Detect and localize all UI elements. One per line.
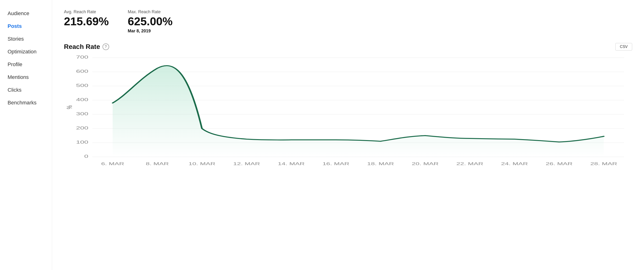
sidebar-item-benchmarks[interactable]: Benchmarks	[0, 96, 52, 109]
chart-title: Reach Rate	[64, 43, 100, 51]
svg-text:18. MAR: 18. MAR	[367, 161, 394, 166]
svg-text:28. MAR: 28. MAR	[590, 161, 617, 166]
sidebar-item-clicks[interactable]: Clicks	[0, 84, 52, 96]
csv-button[interactable]: CSV	[615, 43, 632, 51]
svg-text:200: 200	[76, 126, 88, 131]
svg-text:500: 500	[76, 83, 88, 88]
svg-text:22. MAR: 22. MAR	[456, 161, 483, 166]
svg-text:26. MAR: 26. MAR	[546, 161, 572, 166]
svg-text:%: %	[65, 105, 74, 109]
chart-title-wrap: Reach Rate ?	[64, 43, 109, 51]
svg-text:20. MAR: 20. MAR	[412, 161, 438, 166]
svg-text:300: 300	[76, 112, 88, 116]
sidebar-item-profile[interactable]: Profile	[0, 58, 52, 71]
avg-reach-rate-label: Avg. Reach Rate	[64, 9, 109, 14]
sidebar-item-audience[interactable]: Audience	[0, 7, 52, 20]
svg-text:14. MAR: 14. MAR	[278, 161, 304, 166]
svg-text:24. MAR: 24. MAR	[501, 161, 528, 166]
max-reach-rate-label: Max. Reach Rate	[128, 9, 173, 14]
chart-section: Reach Rate ? CSV	[64, 43, 632, 169]
chart-header: Reach Rate ? CSV	[64, 43, 632, 51]
svg-text:10. MAR: 10. MAR	[188, 161, 215, 166]
avg-reach-rate-block: Avg. Reach Rate 215.69%	[64, 9, 109, 33]
svg-text:600: 600	[76, 69, 88, 74]
avg-reach-rate-value: 215.69%	[64, 16, 109, 27]
svg-text:8. MAR: 8. MAR	[146, 161, 169, 166]
sidebar-item-posts[interactable]: Posts	[0, 20, 52, 33]
svg-text:100: 100	[76, 140, 88, 144]
sidebar: AudiencePostsStoriesOptimizationProfileM…	[0, 0, 52, 270]
svg-text:400: 400	[76, 97, 88, 102]
sidebar-item-stories[interactable]: Stories	[0, 33, 52, 45]
reach-rate-chart: 700 600 500 400 300 200 100 0 % 6. MAR 8…	[64, 55, 632, 169]
max-reach-rate-value: 625.00%	[128, 16, 173, 27]
max-reach-rate-date: Mar 8, 2019	[128, 29, 173, 33]
help-icon[interactable]: ?	[102, 43, 109, 50]
svg-text:700: 700	[76, 55, 88, 60]
svg-text:0: 0	[84, 154, 88, 159]
stats-row: Avg. Reach Rate 215.69% Max. Reach Rate …	[64, 9, 632, 33]
svg-text:12. MAR: 12. MAR	[233, 161, 260, 166]
sidebar-item-optimization[interactable]: Optimization	[0, 45, 52, 58]
sidebar-item-mentions[interactable]: Mentions	[0, 71, 52, 84]
max-reach-rate-block: Max. Reach Rate 625.00% Mar 8, 2019	[128, 9, 173, 33]
svg-text:6. MAR: 6. MAR	[101, 161, 124, 166]
chart-wrap: 700 600 500 400 300 200 100 0 % 6. MAR 8…	[64, 55, 632, 169]
main-content: Avg. Reach Rate 215.69% Max. Reach Rate …	[52, 0, 644, 270]
svg-text:16. MAR: 16. MAR	[322, 161, 349, 166]
